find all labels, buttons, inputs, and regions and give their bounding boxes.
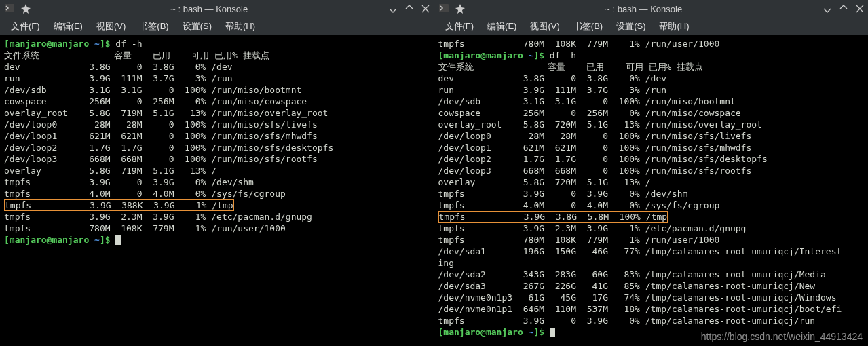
menu-view[interactable]: 视图(V)	[523, 20, 566, 33]
menubar: 文件(F) 编辑(E) 视图(V) 书签(B) 设置(S) 帮助(H)	[434, 18, 869, 35]
terminal-right[interactable]: tmpfs 780M 108K 779M 1% /run/user/1000 […	[434, 35, 869, 346]
window-title: ~ : bash — Konsole	[31, 4, 388, 14]
menu-help[interactable]: 帮助(H)	[219, 20, 262, 33]
titlebar[interactable]: ~ : bash — Konsole	[434, 0, 869, 18]
konsole-window-right: ~ : bash — Konsole 文件(F) 编辑(E) 视图(V) 书签(…	[434, 0, 869, 346]
menu-file[interactable]: 文件(F)	[438, 20, 481, 33]
menu-edit[interactable]: 编辑(E)	[480, 20, 523, 33]
svg-rect-1	[439, 4, 449, 12]
menu-bookmark[interactable]: 书签(B)	[567, 20, 609, 33]
menubar: 文件(F) 编辑(E) 视图(V) 书签(B) 设置(S) 帮助(H)	[0, 18, 434, 35]
menu-help[interactable]: 帮助(H)	[652, 20, 696, 33]
close-icon[interactable]	[854, 3, 865, 14]
pin-icon[interactable]	[20, 3, 31, 14]
app-icon	[4, 3, 15, 16]
minimize-icon[interactable]	[822, 3, 833, 14]
app-icon	[438, 3, 449, 16]
titlebar[interactable]: ~ : bash — Konsole	[0, 0, 434, 18]
watermark: https://blog.csdn.net/weixin_44913424	[701, 331, 863, 342]
menu-view[interactable]: 视图(V)	[90, 20, 132, 33]
terminal-left[interactable]: [manjaro@manjaro ~]$ df -h 文件系统 容量 已用 可用…	[0, 35, 434, 346]
pin-icon[interactable]	[455, 3, 466, 14]
konsole-window-left: ~ : bash — Konsole 文件(F) 编辑(E) 视图(V) 书签(…	[0, 0, 434, 346]
window-title: ~ : bash — Konsole	[466, 4, 823, 14]
close-icon[interactable]	[420, 3, 431, 14]
minimize-icon[interactable]	[388, 3, 398, 14]
maximize-icon[interactable]	[838, 3, 849, 14]
menu-edit[interactable]: 编辑(E)	[47, 20, 90, 33]
menu-settings[interactable]: 设置(S)	[609, 20, 652, 33]
menu-bookmark[interactable]: 书签(B)	[132, 20, 175, 33]
maximize-icon[interactable]	[404, 3, 415, 14]
svg-rect-0	[5, 4, 14, 12]
menu-file[interactable]: 文件(F)	[4, 20, 47, 33]
menu-settings[interactable]: 设置(S)	[176, 20, 219, 33]
